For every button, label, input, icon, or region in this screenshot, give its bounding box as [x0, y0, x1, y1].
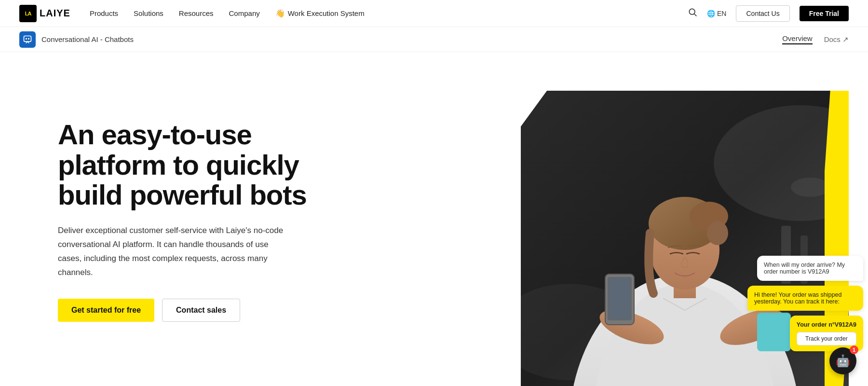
hero-section: An easy-to-use platform to quickly build…: [0, 52, 868, 386]
sub-nav: Conversational AI - Chatbots Overview Do…: [0, 27, 868, 52]
free-trial-button[interactable]: Free Trial: [800, 6, 849, 21]
svg-point-23: [791, 178, 829, 197]
svg-rect-15: [609, 278, 631, 319]
lang-label: EN: [717, 10, 726, 17]
work-execution-button[interactable]: 👋 Work Execution System: [275, 9, 365, 18]
chatbot-product-icon: [19, 31, 36, 48]
work-execution-emoji: 👋: [275, 9, 285, 18]
chatbot-widget-icon: 🤖: [836, 354, 850, 368]
search-icon[interactable]: [688, 7, 697, 19]
svg-point-3: [26, 38, 27, 39]
svg-line-1: [694, 14, 697, 16]
hero-image-area: When will my order arrive? My order numb…: [338, 91, 849, 386]
logo[interactable]: LA LAIYE: [19, 5, 70, 22]
svg-rect-2: [24, 36, 31, 41]
nav-resources[interactable]: Resources: [179, 9, 214, 17]
hero-photo-container: When will my order arrive? My order numb…: [521, 91, 849, 386]
svg-point-4: [28, 38, 29, 39]
chat-user-bubble: When will my order arrive? My order numb…: [757, 256, 863, 281]
chatbot-badge: 1: [850, 345, 858, 354]
hero-buttons: Get started for free Contact sales: [58, 299, 309, 322]
sub-nav-title: Conversational AI - Chatbots: [41, 35, 134, 43]
nav-links: Products Solutions Resources Company 👋 W…: [90, 9, 688, 18]
contact-sales-button[interactable]: Contact sales: [162, 299, 240, 322]
logo-box: LA: [19, 5, 37, 22]
overview-link[interactable]: Overview: [782, 34, 813, 44]
work-execution-label: Work Execution System: [288, 9, 365, 17]
docs-link[interactable]: Docs ↗: [824, 35, 849, 44]
track-order-button[interactable]: Track your order: [797, 332, 856, 345]
nav-right: 🌐 EN Contact Us Free Trial: [688, 5, 849, 22]
main-nav: LA LAIYE Products Solutions Resources Co…: [0, 0, 868, 27]
nav-company[interactable]: Company: [229, 9, 260, 17]
globe-icon: 🌐: [707, 10, 715, 17]
sub-nav-right: Overview Docs ↗: [782, 34, 849, 44]
chat-overlay: When will my order arrive? My order numb…: [728, 256, 863, 351]
chatbot-widget[interactable]: 🤖 1: [829, 347, 856, 374]
chat-user-message: When will my order arrive? My order numb…: [764, 262, 845, 275]
chat-card-title: Your order n°V912A9: [797, 321, 856, 328]
svg-point-20: [707, 221, 728, 245]
logo-box-text: LA: [25, 11, 31, 16]
hero-content: An easy-to-use platform to quickly build…: [58, 91, 309, 322]
sub-nav-left: Conversational AI - Chatbots: [19, 31, 134, 48]
svg-point-0: [689, 9, 695, 14]
get-started-button[interactable]: Get started for free: [58, 299, 154, 322]
hero-description: Deliver exceptional customer self-servic…: [58, 224, 289, 280]
hero-title: An easy-to-use platform to quickly build…: [58, 120, 309, 210]
nav-solutions[interactable]: Solutions: [134, 9, 163, 17]
nav-products[interactable]: Products: [90, 9, 118, 17]
language-selector[interactable]: 🌐 EN: [707, 10, 726, 17]
chat-bot-bubble: Hi there! Your order was shipped yesterd…: [747, 286, 863, 311]
contact-us-button[interactable]: Contact Us: [736, 5, 789, 22]
chat-bot-message: Hi there! Your order was shipped yesterd…: [754, 291, 841, 305]
logo-text: LAIYE: [40, 8, 70, 19]
